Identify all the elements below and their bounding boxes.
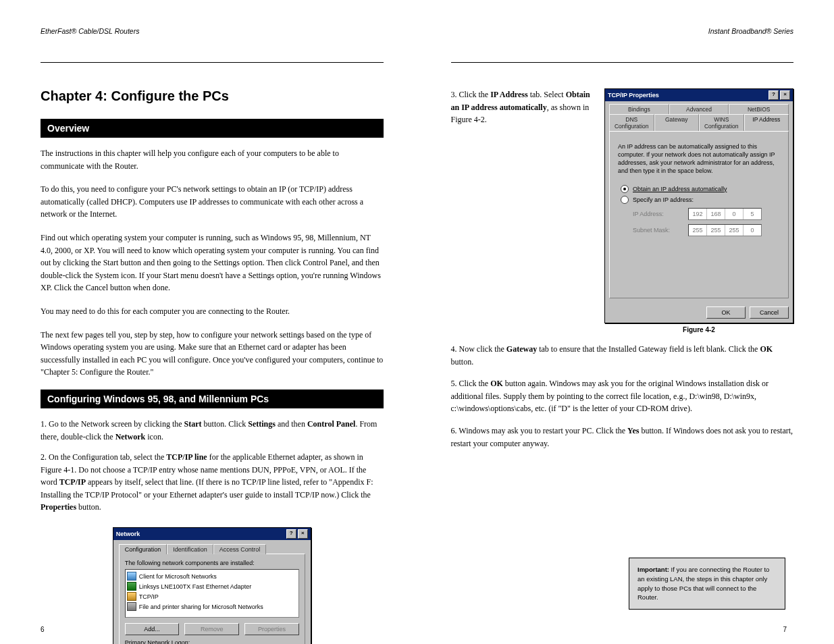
steps-9598me: 1. Go to the Network screen by clicking … xyxy=(41,418,384,522)
tab-advanced[interactable]: Advanced xyxy=(669,104,729,114)
section-overview-bar: Overview xyxy=(41,119,384,138)
service-icon xyxy=(127,602,136,611)
figure-4-1-wrap: Network ? × Configuration Identification… xyxy=(41,527,384,644)
help-icon[interactable]: ? xyxy=(286,529,296,539)
tab-netbios[interactable]: NetBIOS xyxy=(729,104,789,114)
figure-4-2-wrap: TCP/IP Properties ? × Bindings Advanced … xyxy=(604,88,793,333)
step-1: 1. Go to the Network screen by clicking … xyxy=(41,418,384,443)
network-tabs: Configuration Identification Access Cont… xyxy=(119,544,305,554)
network-dialog: Network ? × Configuration Identification… xyxy=(113,527,311,644)
primary-logon-label: Primary Network Logon: xyxy=(125,639,299,644)
adapter-icon xyxy=(127,582,136,591)
page-6-column: EtherFast® Cable/DSL Routers Chapter 4: … xyxy=(41,27,384,644)
properties-button[interactable]: Properties xyxy=(244,623,299,635)
tab-dns[interactable]: DNS Configuration xyxy=(609,114,654,131)
cancel-button[interactable]: Cancel xyxy=(750,306,789,319)
tab-wins[interactable]: WINS Configuration xyxy=(699,114,744,131)
tab-access-control[interactable]: Access Control xyxy=(213,544,267,554)
radio-icon[interactable] xyxy=(621,196,629,204)
page-7-column: Instant Broadband® Series 3. Click the I… xyxy=(451,27,794,644)
tab-bindings[interactable]: Bindings xyxy=(609,104,669,114)
subnet-mask-row: Subnet Mask: 255 255 255 0 xyxy=(633,224,772,236)
overview-p4: You may need to do this for each compute… xyxy=(41,305,384,318)
protocol-icon xyxy=(127,592,136,601)
list-item: Client for Microsoft Networks xyxy=(127,571,297,581)
radio-icon[interactable] xyxy=(621,185,629,193)
tcpip-title: TCP/IP Properties xyxy=(608,92,659,99)
radio-specify[interactable]: Specify an IP address: xyxy=(621,196,777,204)
close-icon[interactable]: × xyxy=(780,90,790,100)
overview-p3: Find out which operating system your com… xyxy=(41,232,384,294)
tab-identification[interactable]: Identification xyxy=(167,544,213,554)
overview-p5: The next few pages tell you, step by ste… xyxy=(41,329,384,379)
header-series: Instant Broadband® Series xyxy=(708,27,793,35)
overview-p2: To do this, you need to configure your P… xyxy=(41,183,384,221)
client-icon xyxy=(127,572,136,581)
tab-configuration[interactable]: Configuration xyxy=(119,544,167,554)
tcpip-tabs-row1: Bindings Advanced NetBIOS xyxy=(609,104,789,114)
add-button[interactable]: Add... xyxy=(125,623,180,635)
step-2: 2. On the Configuration tab, select the … xyxy=(41,451,384,514)
header-rule xyxy=(451,62,794,63)
ip-address-field[interactable]: 192 168 0 5 xyxy=(688,208,762,220)
figure-4-2-caption: Figure 4-2 xyxy=(604,326,793,333)
tcpip-titlebar[interactable]: TCP/IP Properties ? × xyxy=(605,89,793,101)
page-header-left: EtherFast® Cable/DSL Routers xyxy=(41,27,384,35)
page-number-6: 6 xyxy=(41,626,45,633)
overview-p1: The instructions in this chapter will he… xyxy=(41,147,384,172)
subnet-mask-field[interactable]: 255 255 255 0 xyxy=(688,224,762,236)
ok-button[interactable]: OK xyxy=(706,306,746,319)
important-note-box: Important: If you are connecting the Rou… xyxy=(629,558,785,610)
step-5: 5. Click the OK button again. Windows ma… xyxy=(451,377,794,415)
header-product: EtherFast® Cable/DSL Routers xyxy=(41,27,139,35)
step-3: 3. Click the IP Address tab. Select Obta… xyxy=(451,88,596,126)
page-header-right: Instant Broadband® Series xyxy=(451,27,794,35)
note-label: Important: xyxy=(637,566,669,573)
list-item: TCP/IP xyxy=(127,591,297,601)
help-icon[interactable]: ? xyxy=(768,90,779,100)
tcpip-description: An IP address can be automatically assig… xyxy=(618,142,780,176)
network-titlebar[interactable]: Network ? × xyxy=(113,528,311,540)
tab-ip-address[interactable]: IP Address xyxy=(744,114,789,131)
tcpip-dialog: TCP/IP Properties ? × Bindings Advanced … xyxy=(604,88,793,323)
radio-obtain-auto[interactable]: Obtain an IP address automatically xyxy=(621,185,777,193)
list-item: File and printer sharing for Microsoft N… xyxy=(127,601,297,612)
page-number-7: 7 xyxy=(783,626,787,633)
section-configure-bar: Configuring Windows 95, 98, and Millenni… xyxy=(41,390,384,408)
remove-button[interactable]: Remove xyxy=(184,623,239,635)
chapter-title: Chapter 4: Configure the PCs xyxy=(41,88,384,104)
list-item: Linksys LNE100TX Fast Ethernet Adapter xyxy=(127,581,297,591)
header-rule xyxy=(41,62,384,63)
close-icon[interactable]: × xyxy=(298,529,308,539)
tab-gateway[interactable]: Gateway xyxy=(654,114,700,131)
components-label: The following network components are ins… xyxy=(125,560,299,566)
step-6: 6. Windows may ask you to restart your P… xyxy=(451,425,794,450)
ip-address-row: IP Address: 192 168 0 5 xyxy=(633,208,772,220)
step-4: 4. Now click the Gateway tab to ensure t… xyxy=(451,343,794,368)
components-listbox[interactable]: Client for Microsoft Networks Linksys LN… xyxy=(125,569,299,618)
network-title: Network xyxy=(116,531,140,537)
tcpip-tabs-row2: DNS Configuration Gateway WINS Configura… xyxy=(609,114,789,131)
